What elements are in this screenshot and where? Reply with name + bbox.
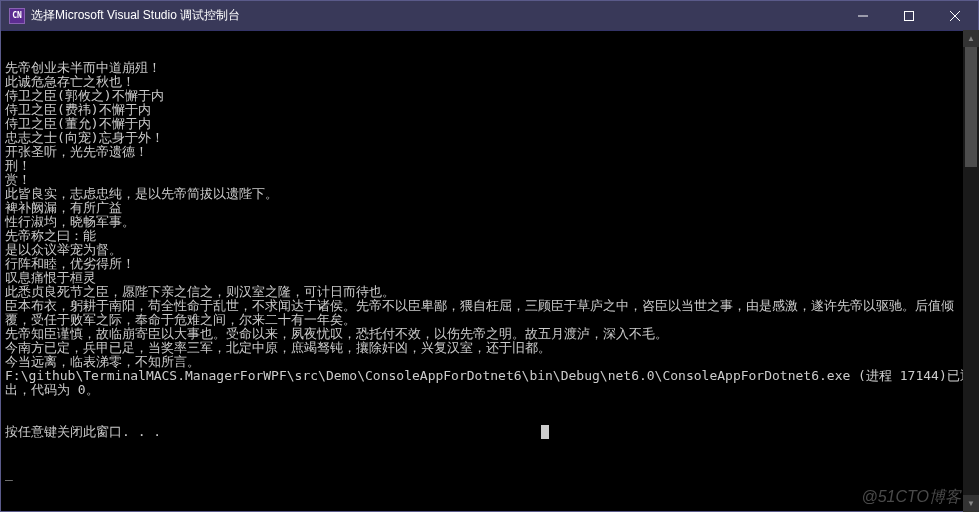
console-line: 先帝称之曰：能 <box>5 229 974 243</box>
console-line: 是以众议举宠为督。 <box>5 243 974 257</box>
scroll-track[interactable] <box>963 47 979 495</box>
console-line: 性行淑均，晓畅军事。 <box>5 215 974 229</box>
console-window: CN 选择Microsoft Visual Studio 调试控制台 先帝创业未… <box>0 0 979 512</box>
wait-text: 按任意键关闭此窗口. . . <box>5 424 161 439</box>
console-line: 今南方已定，兵甲已足，当奖率三军，北定中原，庶竭驽钝，攘除奸凶，兴复汉室，还于旧… <box>5 341 974 355</box>
console-line: 刑！ <box>5 159 974 173</box>
console-line: 先帝创业未半而中道崩殂！ <box>5 61 974 75</box>
console-line: 开张圣听，光先帝遗德！ <box>5 145 974 159</box>
console-line: 裨补阙漏，有所广益 <box>5 201 974 215</box>
chevron-up-icon: ▲ <box>967 34 975 43</box>
app-icon-label: CN <box>12 11 22 20</box>
console-line: 今当远离，临表涕零，不知所言。 <box>5 355 974 369</box>
console-line: 赏！ <box>5 173 974 187</box>
app-icon: CN <box>9 8 25 24</box>
console-line: 忠志之士(向宠)忘身于外！ <box>5 131 974 145</box>
console-line: 臣本布衣，躬耕于南阳，苟全性命于乱世，不求闻达于诸侯。先帝不以臣卑鄙，猥自枉屈，… <box>5 299 974 327</box>
maximize-button[interactable] <box>886 1 932 30</box>
titlebar[interactable]: CN 选择Microsoft Visual Studio 调试控制台 <box>1 1 978 31</box>
console-line: 叹息痛恨于桓灵 <box>5 271 974 285</box>
console-line: 行阵和睦，优劣得所！ <box>5 257 974 271</box>
console-line: 此悉贞良死节之臣，愿陛下亲之信之，则汉室之隆，可计日而待也。 <box>5 285 974 299</box>
console-output[interactable]: 先帝创业未半而中道崩殂！此诚危急存亡之秋也！侍卫之臣(郭攸之)不懈于内侍卫之臣(… <box>1 31 978 511</box>
console-line: 侍卫之臣(董允)不懈于内 <box>5 117 974 131</box>
prompt-cursor: _ <box>5 466 13 481</box>
svg-rect-1 <box>905 11 914 20</box>
console-text: 先帝创业未半而中道崩殂！此诚危急存亡之秋也！侍卫之臣(郭攸之)不懈于内侍卫之臣(… <box>5 61 974 397</box>
close-button[interactable] <box>932 1 978 30</box>
console-line: 此皆良实，志虑忠纯，是以先帝简拔以遗陛下。 <box>5 187 974 201</box>
console-line: F:\github\TerminalMACS.ManagerForWPF\src… <box>5 369 974 397</box>
wait-line: 按任意键关闭此窗口. . . <box>5 425 974 439</box>
scroll-up-button[interactable]: ▲ <box>963 30 979 47</box>
scroll-thumb[interactable] <box>965 47 977 167</box>
prompt-line: _ <box>5 467 974 481</box>
window-controls <box>840 1 978 30</box>
selection-cursor <box>541 425 549 439</box>
window-title: 选择Microsoft Visual Studio 调试控制台 <box>31 7 840 24</box>
console-line: 此诚危急存亡之秋也！ <box>5 75 974 89</box>
close-icon <box>950 11 960 21</box>
console-line: 侍卫之臣(费祎)不懈于内 <box>5 103 974 117</box>
console-line: 侍卫之臣(郭攸之)不懈于内 <box>5 89 974 103</box>
minimize-button[interactable] <box>840 1 886 30</box>
scroll-down-button[interactable]: ▼ <box>963 495 979 512</box>
maximize-icon <box>904 11 914 21</box>
console-line: 先帝知臣谨慎，故临崩寄臣以大事也。受命以来，夙夜忧叹，恐托付不效，以伤先帝之明。… <box>5 327 974 341</box>
chevron-down-icon: ▼ <box>967 499 975 508</box>
vertical-scrollbar[interactable]: ▲ ▼ <box>963 30 979 512</box>
minimize-icon <box>858 11 868 21</box>
